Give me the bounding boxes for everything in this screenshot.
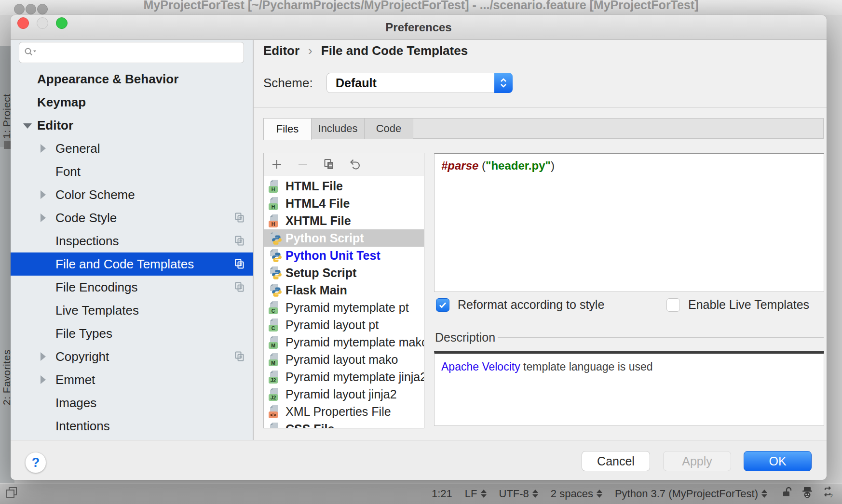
description-box[interactable]: Apache Velocity template language is use… — [434, 351, 824, 426]
sidebar-item[interactable]: File and Code Templates — [11, 252, 253, 276]
sidebar-item[interactable]: File Types — [11, 322, 253, 345]
file-type-badge: M — [269, 359, 278, 366]
page-title: File and Code Templates — [321, 43, 468, 58]
file-type-badge: M — [269, 342, 278, 349]
caret-position-widget[interactable]: 1:21 — [432, 488, 452, 500]
tab-includes[interactable]: Includes — [312, 118, 365, 139]
apply-button[interactable]: Apply — [663, 451, 731, 471]
template-list-item[interactable]: <> XML Properties File — [264, 403, 424, 420]
tree-expand-arrow-icon[interactable] — [41, 213, 46, 222]
line-separator-widget[interactable]: LF — [465, 488, 487, 500]
template-list-item[interactable]: Python Unit Test — [264, 247, 424, 264]
sidebar-item-label: File Types — [55, 326, 112, 341]
sidebar-item[interactable]: General — [11, 137, 253, 160]
background-zoom-icon[interactable] — [37, 4, 48, 14]
dialog-titlebar[interactable]: Preferences — [11, 15, 827, 40]
search-input[interactable] — [40, 45, 244, 60]
sidebar-item[interactable]: Inspections — [11, 229, 253, 252]
python-icon — [272, 235, 282, 245]
lock-open-icon[interactable] — [782, 486, 793, 502]
copy-template-button[interactable] — [323, 158, 335, 171]
dropdown-stepper-icon[interactable] — [494, 73, 513, 93]
tree-expand-arrow-icon[interactable] — [23, 123, 32, 129]
background-close-icon[interactable] — [14, 4, 25, 14]
file-type-icon: C — [269, 301, 281, 314]
template-list-item[interactable]: M Pyramid layout mako — [264, 351, 424, 368]
sidebar-item[interactable]: Copyright — [11, 345, 253, 368]
sidebar-item[interactable]: File Encodings — [11, 276, 253, 299]
tab-code[interactable]: Code — [365, 118, 413, 139]
sidebar-item[interactable]: Emmet — [11, 368, 253, 391]
file-type-icon: H — [269, 214, 281, 227]
live-templates-checkbox[interactable] — [666, 298, 680, 312]
file-type-icon: J2 — [269, 388, 281, 400]
template-list-item[interactable]: M Pyramid mytemplate mako — [264, 333, 424, 351]
indent-widget[interactable]: 2 spaces — [551, 488, 602, 500]
add-template-button[interactable] — [271, 158, 283, 171]
divider — [254, 107, 827, 108]
template-list-item[interactable]: H HTML File — [264, 177, 424, 195]
search-icon — [24, 47, 37, 58]
file-type-badge: H — [269, 221, 278, 227]
remove-template-button[interactable] — [297, 158, 309, 171]
template-list-item[interactable]: Flask Main — [264, 281, 424, 299]
tree-expand-arrow-icon[interactable] — [41, 190, 46, 199]
template-name: Pyramid layout pt — [285, 318, 379, 332]
file-type-icon: <> — [269, 405, 281, 418]
close-icon[interactable] — [17, 17, 29, 29]
sidebar-item[interactable]: Font — [11, 160, 253, 183]
template-list-item[interactable]: C Pyramid layout pt — [264, 316, 424, 333]
sidebar-item-label: Images — [55, 396, 96, 411]
sidebar-item-label: Live Templates — [55, 303, 139, 318]
hector-inspector-icon[interactable] — [801, 486, 814, 502]
tree-expand-arrow-icon[interactable] — [41, 144, 46, 153]
template-name: XHTML File — [285, 214, 351, 228]
template-list-item[interactable]: C Pyramid mytemplate pt — [264, 299, 424, 316]
sidebar-item[interactable]: Appearance & Behavior — [11, 67, 253, 91]
search-field[interactable] — [19, 42, 244, 63]
encoding-widget[interactable]: UTF-8 — [499, 488, 538, 500]
breadcrumb-section[interactable]: Editor — [263, 43, 299, 58]
template-list-item[interactable]: J2 Pyramid layout jinja2 — [264, 385, 424, 403]
file-type-badge: J2 — [269, 394, 278, 401]
sidebar-item[interactable]: Intentions — [11, 414, 253, 438]
sidebar-item[interactable]: Images — [11, 391, 253, 414]
sidebar-item[interactable]: Editor — [11, 114, 253, 137]
sidebar-item[interactable]: Code Style — [11, 206, 253, 229]
apache-velocity-link[interactable]: Apache Velocity — [441, 360, 520, 373]
sidebar-item-label: Editor — [37, 118, 73, 133]
template-editor[interactable]: #parse ("header.py") — [434, 153, 824, 292]
interpreter-widget[interactable]: Python 3.7 (MyProjectForTest) — [615, 488, 767, 500]
copy-settings-icon — [234, 281, 245, 293]
background-minimize-icon[interactable] — [26, 4, 36, 14]
ok-button[interactable]: OK — [744, 451, 812, 471]
sync-question-icon[interactable]: ? — [821, 486, 834, 502]
scheme-select[interactable]: Default — [326, 73, 513, 93]
template-list-item[interactable]: CSS File — [264, 420, 424, 428]
dialog-footer: ? Cancel Apply OK — [11, 440, 827, 480]
cancel-button[interactable]: Cancel — [582, 451, 650, 471]
tool-window-switcher-icon[interactable] — [5, 485, 19, 503]
sidebar-item[interactable]: Keymap — [11, 91, 253, 114]
template-list-panel: H HTML File H HTML4 File H XHTML File Py… — [263, 153, 424, 428]
zoom-icon[interactable] — [56, 17, 68, 29]
sidebar-item[interactable]: Live Templates — [11, 299, 253, 322]
template-name: Pyramid mytemplate jinja2 — [285, 370, 424, 384]
template-list-item[interactable]: H XHTML File — [264, 212, 424, 229]
help-button[interactable]: ? — [25, 452, 46, 473]
template-list-item[interactable]: Python Script — [264, 229, 424, 247]
template-list-item[interactable]: H HTML4 File — [264, 195, 424, 212]
template-list-item[interactable]: Setup Script — [264, 264, 424, 281]
template-list-item[interactable]: J2 Pyramid mytemplate jinja2 — [264, 368, 424, 385]
sidebar-item[interactable]: Color Scheme — [11, 183, 253, 206]
python-icon — [272, 269, 282, 280]
template-name: Python Script — [285, 231, 364, 245]
copy-settings-icon — [234, 258, 245, 270]
minimize-icon[interactable] — [37, 17, 48, 29]
tab-files[interactable]: Files — [263, 118, 312, 140]
tree-expand-arrow-icon[interactable] — [41, 375, 46, 384]
template-name: Pyramid mytemplate mako — [285, 335, 424, 349]
reset-template-button[interactable] — [349, 158, 361, 171]
tree-expand-arrow-icon[interactable] — [41, 352, 46, 361]
reformat-checkbox[interactable] — [436, 298, 449, 312]
